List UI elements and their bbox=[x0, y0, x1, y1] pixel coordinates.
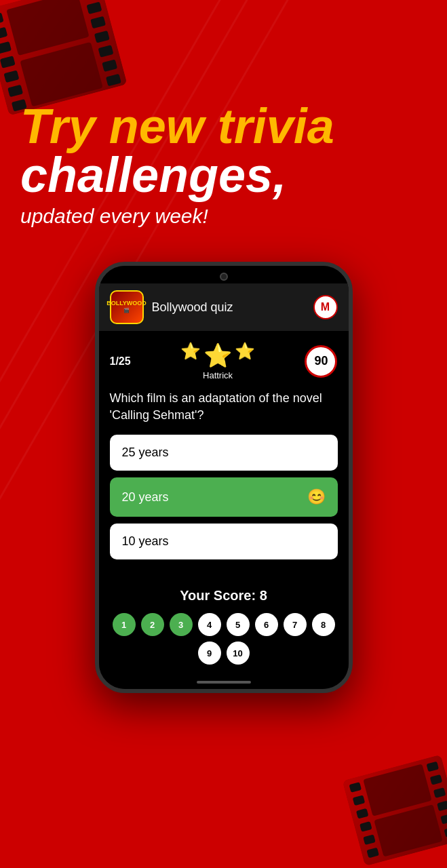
app-title: Bollywood quiz bbox=[152, 300, 305, 315]
app-icon: BOLLYWOOD🎬 bbox=[110, 290, 144, 324]
score-text: Your Score: 8 bbox=[180, 588, 267, 604]
phone-camera bbox=[220, 273, 228, 281]
score-dot-6: 6 bbox=[255, 613, 278, 636]
score-dot-10: 10 bbox=[227, 642, 250, 665]
score-dot-3: 3 bbox=[170, 613, 193, 636]
headline-line2: challenges, bbox=[20, 151, 427, 199]
question-text: Which film is an adaptation of the novel… bbox=[110, 390, 338, 424]
score-dot-7: 7 bbox=[284, 613, 307, 636]
score-dots: 12345678910 bbox=[110, 613, 338, 665]
score-dot-5: 5 bbox=[227, 613, 250, 636]
answer-option-3[interactable]: 10 years bbox=[110, 524, 338, 559]
main-content: Try new trivia challenges, updated every… bbox=[0, 0, 447, 693]
avatar: M bbox=[313, 295, 338, 319]
score-dot-8: 8 bbox=[312, 613, 335, 636]
hattrick-label: Hattrick bbox=[203, 370, 233, 380]
answer-text-2: 20 years bbox=[122, 490, 169, 505]
headline-section: Try new trivia challenges, updated every… bbox=[0, 102, 447, 228]
score-dot-4: 4 bbox=[198, 613, 221, 636]
score-dot-1: 1 bbox=[113, 613, 136, 636]
answer-option-1[interactable]: 25 years bbox=[110, 435, 338, 471]
headline-subtitle: updated every week! bbox=[20, 205, 427, 228]
stars-row: ⭐ ⭐ ⭐ bbox=[180, 342, 255, 369]
answer-text-3: 10 years bbox=[122, 534, 169, 549]
star-3: ⭐ bbox=[235, 342, 255, 369]
app-header: BOLLYWOOD🎬 Bollywood quiz M bbox=[99, 283, 349, 331]
star-2: ⭐ bbox=[203, 342, 232, 369]
quiz-body: 1/25 ⭐ ⭐ ⭐ Hattrick 90 Which film is an … bbox=[99, 331, 349, 577]
question-counter: 1/25 bbox=[110, 355, 131, 368]
score-section: Your Score: 8 12345678910 bbox=[99, 577, 349, 675]
answer-emoji-2: 😊 bbox=[307, 488, 326, 506]
headline-line1: Try new trivia bbox=[20, 102, 427, 151]
answer-option-2[interactable]: 20 years 😊 bbox=[110, 477, 338, 517]
stars-section: ⭐ ⭐ ⭐ Hattrick bbox=[180, 342, 255, 380]
home-indicator bbox=[197, 681, 251, 684]
score-dot-2: 2 bbox=[141, 613, 164, 636]
phone-mockup: BOLLYWOOD🎬 Bollywood quiz M 1/25 ⭐ ⭐ ⭐ H… bbox=[95, 262, 353, 693]
score-dot-9: 9 bbox=[198, 642, 221, 665]
film-strip-bottomright bbox=[343, 755, 447, 866]
phone-notch bbox=[99, 266, 349, 283]
star-1: ⭐ bbox=[180, 342, 201, 369]
answer-text-1: 25 years bbox=[122, 446, 169, 460]
phone-bottom-bar bbox=[99, 675, 349, 689]
quiz-top-bar: 1/25 ⭐ ⭐ ⭐ Hattrick 90 bbox=[110, 342, 338, 380]
timer-badge: 90 bbox=[305, 345, 337, 378]
